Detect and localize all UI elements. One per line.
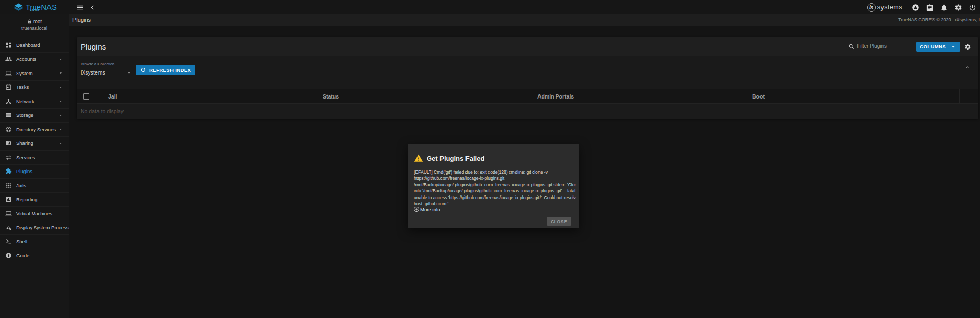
dashboard-icon — [5, 42, 12, 48]
ixsystems-logo[interactable]: iX systems — [867, 3, 902, 12]
jail-icon — [5, 182, 12, 189]
search-icon — [848, 43, 855, 50]
processes-icon — [5, 224, 12, 231]
sidebar-item-reporting[interactable]: Reporting — [0, 192, 69, 207]
error-line: unable to access 'https://github.com/fre… — [414, 194, 576, 201]
refresh-index-button[interactable]: REFRESH INDEX — [136, 65, 195, 75]
sidebar-nav: Dashboard Accounts System Tasks — [0, 38, 69, 262]
chevron-down-icon — [58, 57, 63, 62]
sidebar-item-dashboard[interactable]: Dashboard — [0, 38, 69, 52]
chevron-down-icon — [58, 113, 63, 118]
calendar-icon — [5, 84, 12, 90]
sidebar-item-sharing[interactable]: Sharing — [0, 136, 69, 151]
chevron-down-icon — [126, 70, 132, 76]
lock-icon — [27, 19, 32, 24]
close-button[interactable]: CLOSE — [547, 217, 571, 226]
error-dialog: Get Plugins Failed [EFAULT] Cmd('git') f… — [408, 144, 579, 228]
storage-icon — [5, 112, 12, 118]
collection-select[interactable]: iXsystems — [81, 67, 132, 78]
computer-icon — [5, 70, 12, 77]
sidebar-item-guide[interactable]: Guide — [0, 249, 69, 263]
hub-icon — [5, 98, 12, 105]
sphere-icon — [5, 126, 12, 133]
error-line: https://github.com/freenas/iocage-ix-plu… — [414, 175, 576, 181]
dialog-title: Get Plugins Failed — [427, 155, 484, 162]
sidebar-item-network[interactable]: Network — [0, 94, 69, 108]
sidebar-item-jails[interactable]: Jails — [0, 178, 69, 192]
gear-icon[interactable] — [954, 4, 962, 11]
sidebar-item-accounts[interactable]: Accounts — [0, 52, 69, 66]
breadcrumb[interactable]: Plugins — [72, 17, 91, 23]
truenas-logo[interactable]: TrueNAS CORE — [0, 0, 69, 14]
refresh-icon — [140, 67, 146, 73]
filter-plugins-input[interactable] — [857, 42, 909, 51]
truenas-logo-icon — [14, 3, 23, 12]
sidebar-item-services[interactable]: Services — [0, 150, 69, 164]
menu-icon[interactable] — [76, 4, 84, 11]
table-header: Jail Status Admin Portals Boot — [77, 89, 978, 103]
shell-icon — [5, 238, 12, 245]
column-header-status[interactable]: Status — [315, 89, 530, 103]
chevron-down-icon — [58, 70, 63, 76]
chevron-left-icon[interactable] — [89, 4, 96, 11]
puzzle-icon — [5, 168, 12, 175]
table-empty-row: No data to display — [77, 103, 978, 119]
chevron-down-icon — [58, 99, 63, 104]
column-header-jail[interactable]: Jail — [101, 89, 315, 103]
table-settings-gear-icon[interactable] — [964, 43, 971, 51]
sidebar-item-plugins[interactable]: Plugins — [0, 164, 69, 179]
error-message: [EFAULT] Cmd('git') failed due to: exit … — [414, 169, 576, 207]
foldershared-icon — [5, 140, 12, 146]
chevron-down-icon — [58, 85, 63, 90]
sidebar-item-display-system-processes[interactable]: Display System Processes — [0, 221, 69, 235]
select-all-checkbox[interactable] — [83, 93, 89, 100]
plugins-card: Plugins COLUMNS Browse a Collection iXsy… — [77, 37, 978, 119]
column-header-boot[interactable]: Boot — [745, 89, 959, 103]
info-icon — [5, 252, 12, 259]
topbar: TrueNAS CORE iX systems — [0, 0, 980, 14]
computer-icon — [5, 210, 12, 217]
collection-value: iXsystems — [81, 69, 105, 76]
more-info-link[interactable]: More info... — [413, 206, 445, 212]
columns-button[interactable]: COLUMNS — [916, 42, 960, 52]
power-icon[interactable] — [969, 4, 976, 11]
sidebar-item-shell[interactable]: Shell — [0, 234, 69, 249]
sidebar-item-virtual-machines[interactable]: Virtual Machines — [0, 206, 69, 221]
plus-circle-icon — [413, 206, 420, 212]
column-header-admin-portals[interactable]: Admin Portals — [530, 89, 745, 103]
warning-icon — [414, 154, 423, 163]
no-data-text: No data to display — [77, 108, 124, 114]
breadcrumb-bar: Plugins TrueNAS CORE® © 2020 - iXsystems… — [69, 14, 980, 26]
page-title: Plugins — [81, 42, 106, 51]
browse-collection-label: Browse a Collection — [81, 62, 114, 66]
sidebar-item-storage[interactable]: Storage — [0, 108, 69, 123]
bell-icon[interactable] — [940, 4, 948, 11]
ix-logo-icon: iX — [867, 3, 876, 12]
error-line: into '/mnt/Backup/iocage/.plugins/github… — [414, 188, 576, 194]
tune-icon — [5, 154, 12, 161]
user-info: root truenas.local — [0, 14, 69, 38]
sidebar-item-system[interactable]: System — [0, 66, 69, 80]
brand-edition: CORE — [30, 6, 40, 14]
chevron-down-icon — [58, 127, 63, 132]
assignment-icon[interactable] — [926, 4, 934, 11]
chevron-down-icon — [58, 141, 63, 146]
ix-logo-text: systems — [877, 4, 902, 11]
error-line: [EFAULT] Cmd('git') failed due to: exit … — [414, 169, 576, 175]
chevron-up-icon[interactable] — [964, 64, 970, 70]
sidebar: root truenas.local Dashboard Accounts Sy… — [0, 14, 69, 318]
username: root — [33, 19, 42, 25]
people-icon — [5, 56, 12, 62]
topbar-actions — [912, 4, 976, 11]
chevron-down-icon — [950, 44, 957, 50]
error-line: /mnt/Backup/iocage/.plugins/github_com_f… — [414, 182, 576, 188]
sidebar-item-directory-services[interactable]: Directory Services — [0, 122, 69, 136]
chart-icon — [5, 196, 12, 203]
truecommand-icon[interactable] — [912, 4, 919, 11]
sidebar-item-tasks[interactable]: Tasks — [0, 80, 69, 94]
hostname: truenas.local — [0, 26, 69, 31]
copyright-text: TrueNAS CORE® © 2020 - iXsystems, I — [898, 17, 980, 22]
